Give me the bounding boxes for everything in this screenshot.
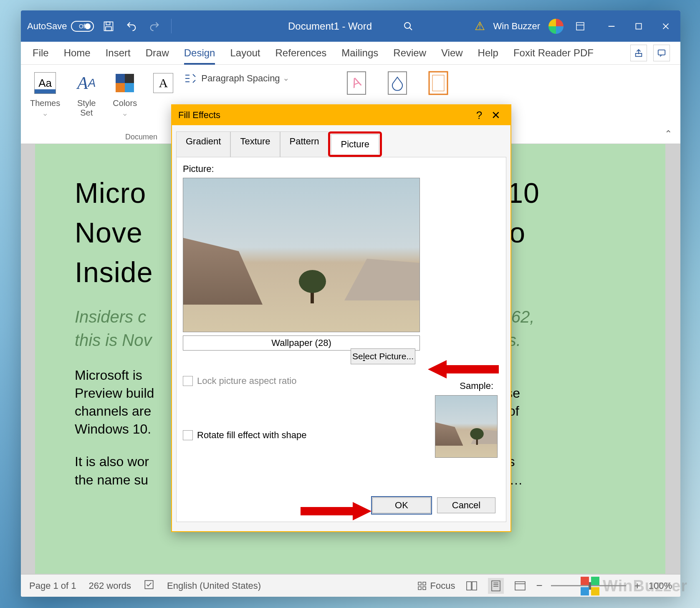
autosave-toggle[interactable]: AutoSave Off: [27, 21, 94, 32]
page-color-icon[interactable]: [387, 71, 407, 97]
maximize-icon[interactable]: [630, 18, 647, 35]
share-icon[interactable]: [630, 45, 647, 61]
redo-icon[interactable]: [146, 18, 163, 35]
search-icon[interactable]: [403, 21, 413, 31]
tab-view[interactable]: View: [434, 42, 470, 65]
dialog-tab-picture[interactable]: Picture: [331, 134, 379, 154]
colors-button[interactable]: Colors⌵: [108, 71, 142, 118]
rotate-fill-checkbox[interactable]: Rotate fill effect with shape: [183, 430, 307, 441]
web-layout-icon[interactable]: [512, 578, 528, 594]
username[interactable]: Win Buzzer: [493, 21, 540, 32]
cancel-button[interactable]: Cancel: [437, 497, 495, 513]
tab-insert[interactable]: Insert: [98, 42, 138, 65]
undo-icon[interactable]: [123, 18, 140, 35]
svg-rect-16: [418, 587, 421, 590]
tab-home[interactable]: Home: [56, 42, 98, 65]
document-title: Document1 - Word: [288, 20, 372, 32]
style-set-button[interactable]: AA Style Set: [69, 71, 104, 118]
zoom-out-icon[interactable]: −: [536, 579, 543, 592]
svg-rect-1: [106, 22, 110, 25]
select-picture-button[interactable]: Select Picture...: [351, 348, 415, 364]
print-layout-icon[interactable]: [488, 578, 504, 594]
collapse-ribbon-icon[interactable]: ⌃: [665, 129, 672, 139]
svg-text:A: A: [349, 73, 363, 91]
svg-rect-19: [472, 582, 477, 590]
svg-rect-21: [515, 582, 525, 590]
fill-effects-dialog: Fill Effects ? ✕ Gradient Texture Patter…: [171, 104, 511, 532]
annotation-arrow: [428, 357, 499, 382]
picture-preview: [183, 178, 420, 332]
dialog-tab-texture[interactable]: Texture: [230, 131, 280, 157]
annotation-highlight: Picture: [328, 131, 382, 157]
svg-rect-15: [423, 582, 426, 585]
dialog-tab-pattern[interactable]: Pattern: [280, 131, 329, 157]
titlebar: AutoSave Off Document1 - Word ⚠ Win Buzz…: [21, 10, 680, 42]
svg-rect-4: [576, 23, 584, 30]
tab-review[interactable]: Review: [386, 42, 434, 65]
spell-check-icon[interactable]: [144, 579, 154, 593]
read-mode-icon[interactable]: [464, 578, 480, 594]
user-avatar[interactable]: [548, 19, 564, 34]
tab-design[interactable]: Design: [177, 42, 223, 65]
document-formatting-label: Documen: [125, 133, 157, 141]
tab-file[interactable]: File: [25, 42, 56, 65]
tab-mailings[interactable]: Mailings: [334, 42, 386, 65]
tab-foxit[interactable]: Foxit Reader PDF: [506, 42, 601, 65]
svg-marker-22: [428, 360, 499, 378]
fonts-button[interactable]: A: [146, 71, 180, 95]
svg-rect-18: [467, 582, 471, 590]
tab-layout[interactable]: Layout: [222, 42, 268, 65]
themes-button[interactable]: Aa Themes⌵: [25, 71, 65, 118]
warning-icon: ⚠: [475, 19, 485, 33]
dialog-close-icon[interactable]: ✕: [488, 109, 504, 122]
svg-rect-20: [492, 581, 500, 591]
dialog-title: Fill Effects: [178, 110, 220, 121]
paragraph-spacing-button[interactable]: Paragraph Spacing ⌵: [184, 71, 287, 84]
language-indicator[interactable]: English (United States): [167, 580, 261, 591]
svg-rect-7: [658, 50, 665, 55]
dialog-content: Picture: Wallpaper (28) Select Picture..…: [176, 157, 506, 522]
page-borders-icon[interactable]: [428, 71, 448, 97]
picture-label: Picture:: [183, 164, 500, 174]
dialog-tab-gradient[interactable]: Gradient: [176, 131, 230, 157]
tab-references[interactable]: References: [268, 42, 334, 65]
focus-mode[interactable]: Focus: [417, 580, 455, 591]
autosave-label: AutoSave: [27, 21, 67, 32]
close-icon[interactable]: [657, 18, 674, 35]
sample-label: Sample:: [460, 381, 493, 391]
ok-button[interactable]: OK: [372, 497, 431, 513]
watermark: WinBuzzer: [581, 577, 687, 595]
svg-rect-5: [636, 23, 641, 29]
minimize-icon[interactable]: [603, 18, 620, 35]
sample-preview: [435, 395, 498, 458]
svg-rect-17: [423, 587, 426, 590]
svg-marker-23: [301, 502, 371, 520]
dialog-tabs: Gradient Texture Pattern Picture: [176, 125, 510, 157]
svg-rect-2: [106, 27, 111, 30]
word-count[interactable]: 262 words: [89, 580, 131, 591]
svg-rect-14: [418, 582, 421, 585]
dialog-help-icon[interactable]: ?: [471, 109, 488, 122]
watermark-icon[interactable]: A: [346, 71, 366, 97]
tab-help[interactable]: Help: [470, 42, 506, 65]
dialog-titlebar: Fill Effects ? ✕: [172, 105, 510, 125]
comments-icon[interactable]: [653, 45, 670, 61]
ribbon-mode-icon[interactable]: [572, 18, 589, 35]
tab-draw[interactable]: Draw: [138, 42, 177, 65]
svg-point-3: [404, 23, 410, 28]
ribbon-tabs: File Home Insert Draw Design Layout Refe…: [21, 42, 680, 65]
page-indicator[interactable]: Page 1 of 1: [29, 580, 76, 591]
annotation-arrow: [301, 499, 371, 524]
save-icon[interactable]: [100, 18, 117, 35]
